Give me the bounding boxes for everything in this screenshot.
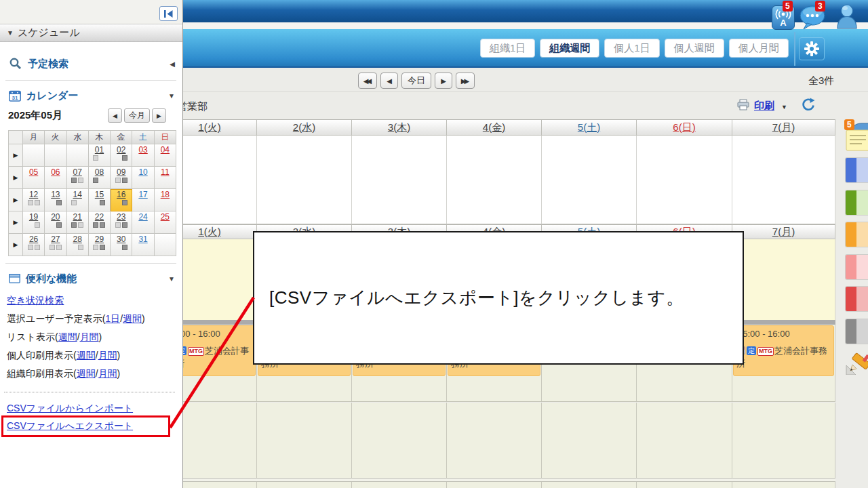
csv-import-link[interactable]: CSVファイルからインポート bbox=[7, 403, 133, 415]
schedule-cell[interactable] bbox=[732, 378, 835, 402]
mini-calendar-date-cell[interactable]: 19 bbox=[23, 211, 45, 234]
select-week-button[interactable]: ▶ bbox=[9, 144, 23, 167]
date-link[interactable]: 12 bbox=[23, 190, 44, 199]
day-header-link[interactable]: 6(日) bbox=[673, 121, 695, 134]
schedule-cell[interactable] bbox=[542, 378, 637, 402]
tools-link[interactable]: 月間 bbox=[98, 350, 117, 361]
schedule-cell[interactable] bbox=[542, 403, 637, 479]
date-link[interactable]: 29 bbox=[89, 235, 110, 244]
date-link[interactable]: 28 bbox=[67, 235, 88, 244]
mini-calendar-date-cell[interactable]: 08 bbox=[89, 167, 111, 189]
view-button[interactable]: 個人月間 bbox=[729, 39, 789, 58]
mini-calendar-date-cell[interactable]: 20 bbox=[45, 211, 66, 234]
orange-label-button[interactable] bbox=[846, 222, 868, 247]
schedule-cell[interactable] bbox=[732, 403, 835, 479]
schedule-cell[interactable] bbox=[257, 482, 352, 488]
mini-calendar-date-cell[interactable]: 24 bbox=[132, 211, 154, 234]
day-header-link[interactable]: 1(火) bbox=[198, 226, 220, 239]
schedule-cell[interactable] bbox=[257, 378, 352, 402]
schedule-cell[interactable] bbox=[542, 482, 637, 488]
schedule-cell[interactable] bbox=[352, 482, 447, 488]
mini-calendar-date-cell[interactable]: 10 bbox=[132, 167, 154, 189]
mini-calendar-date-cell[interactable]: 30 bbox=[111, 234, 132, 256]
date-link[interactable]: 09 bbox=[111, 167, 132, 177]
schedule-cell[interactable] bbox=[637, 136, 732, 224]
schedule-cell[interactable] bbox=[732, 239, 835, 320]
schedule-cell[interactable] bbox=[447, 403, 542, 479]
blue-label-button[interactable] bbox=[846, 158, 868, 182]
date-link[interactable]: 13 bbox=[45, 190, 66, 199]
date-link[interactable]: 04 bbox=[155, 145, 176, 155]
day-header-link[interactable]: 7(月) bbox=[772, 226, 795, 239]
date-link[interactable]: 18 bbox=[155, 190, 176, 199]
mini-calendar-date-cell[interactable]: 21 bbox=[67, 211, 89, 234]
mini-calendar-date-cell[interactable]: 31 bbox=[132, 234, 154, 256]
mini-calendar-date-cell[interactable]: 13 bbox=[45, 189, 66, 211]
tools-link[interactable]: 空き状況検索 bbox=[7, 295, 64, 306]
date-link[interactable]: 22 bbox=[89, 212, 110, 222]
mini-calendar-date-cell[interactable]: 23 bbox=[111, 211, 132, 234]
triangle-down-icon[interactable]: ▼ bbox=[168, 92, 175, 100]
this-month-button[interactable]: 今月 bbox=[124, 108, 150, 123]
print-link[interactable]: 印刷 bbox=[754, 100, 774, 113]
schedule-cell[interactable] bbox=[352, 403, 447, 479]
date-link[interactable]: 16 bbox=[111, 190, 132, 199]
mini-calendar-date-cell[interactable]: 05 bbox=[23, 167, 45, 189]
tools-link[interactable]: 月間 bbox=[98, 368, 117, 379]
select-week-button[interactable]: ▶ bbox=[9, 234, 23, 256]
day-header-link[interactable]: 1(火) bbox=[198, 121, 220, 134]
tools-link[interactable]: 週間 bbox=[77, 368, 96, 379]
schedule-cell[interactable] bbox=[257, 403, 352, 479]
date-link[interactable]: 03 bbox=[132, 145, 153, 155]
tools-link[interactable]: 週間 bbox=[77, 350, 96, 361]
tools-section-header[interactable]: 便利な機能 ▼ bbox=[0, 270, 182, 287]
mini-calendar-date-cell[interactable]: 12 bbox=[23, 189, 45, 211]
date-link[interactable]: 02 bbox=[111, 145, 132, 155]
schedule-cell[interactable] bbox=[637, 482, 732, 488]
schedule-cell[interactable] bbox=[732, 482, 835, 488]
next-button[interactable]: ▶ bbox=[435, 73, 452, 89]
day-header-link[interactable]: 4(金) bbox=[483, 121, 505, 134]
date-link[interactable]: 08 bbox=[89, 167, 110, 177]
mini-calendar-date-cell[interactable]: 07 bbox=[67, 167, 89, 189]
collapse-section-icon[interactable]: ◀ bbox=[170, 60, 175, 68]
date-link[interactable]: 06 bbox=[45, 167, 66, 177]
date-link[interactable]: 14 bbox=[67, 190, 88, 199]
sidebar-title[interactable]: ▼ スケジュール bbox=[0, 24, 182, 42]
mini-calendar-date-cell[interactable]: 18 bbox=[155, 189, 176, 211]
date-link[interactable]: 21 bbox=[67, 212, 88, 222]
mini-calendar-date-cell[interactable]: 11 bbox=[155, 167, 176, 189]
date-link[interactable]: 07 bbox=[67, 167, 88, 177]
mini-calendar-date-cell[interactable]: 25 bbox=[155, 211, 176, 234]
mini-calendar-date-cell[interactable]: 29 bbox=[89, 234, 111, 256]
tools-link[interactable]: 週間 bbox=[58, 331, 77, 342]
schedule-cell[interactable] bbox=[447, 482, 542, 488]
schedule-cell[interactable] bbox=[637, 403, 732, 479]
tools-link[interactable]: 月間 bbox=[80, 331, 99, 342]
mini-calendar-date-cell[interactable]: 01 bbox=[89, 144, 111, 167]
date-link[interactable]: 20 bbox=[45, 212, 66, 222]
day-header-link[interactable]: 5(土) bbox=[578, 121, 600, 134]
mini-calendar-date-cell[interactable]: 26 bbox=[23, 234, 45, 256]
mini-calendar-date-cell[interactable]: 06 bbox=[45, 167, 66, 189]
date-link[interactable]: 17 bbox=[132, 190, 153, 199]
settings-gear-icon[interactable] bbox=[799, 37, 825, 60]
mini-calendar-date-cell[interactable]: 22 bbox=[89, 211, 111, 234]
select-week-button[interactable]: ▶ bbox=[9, 189, 23, 211]
schedule-cell[interactable] bbox=[637, 378, 732, 402]
schedule-cell[interactable] bbox=[447, 378, 542, 402]
day-header-link[interactable]: 7(月) bbox=[772, 121, 795, 134]
today-button[interactable]: 今日 bbox=[401, 73, 431, 89]
print-dropdown-icon[interactable]: ▼ bbox=[781, 104, 787, 110]
mini-calendar-date-cell[interactable]: 27 bbox=[45, 234, 66, 256]
date-link[interactable]: 01 bbox=[89, 145, 110, 155]
mini-calendar-date-cell[interactable]: 09 bbox=[111, 167, 132, 189]
date-link[interactable]: 23 bbox=[111, 212, 132, 222]
view-button[interactable]: 個人週間 bbox=[665, 39, 724, 58]
date-link[interactable]: 24 bbox=[132, 212, 153, 222]
triangle-down-icon[interactable]: ▼ bbox=[168, 275, 175, 283]
tools-link[interactable]: 1日 bbox=[105, 313, 120, 324]
next-month-button[interactable]: ▶ bbox=[152, 108, 166, 123]
view-button[interactable]: 組織週間 bbox=[540, 39, 599, 58]
mini-calendar-date-cell[interactable]: 28 bbox=[67, 234, 89, 256]
